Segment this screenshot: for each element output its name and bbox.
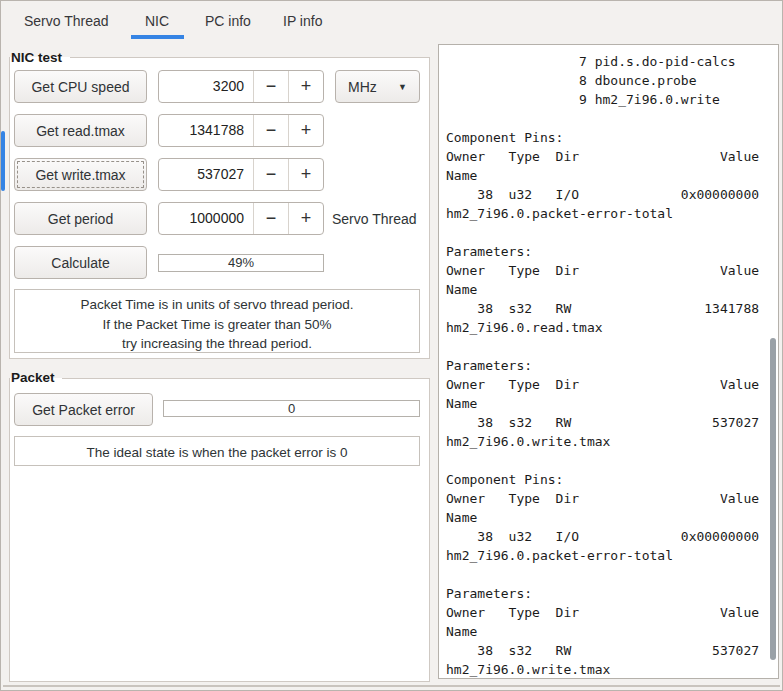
get-period-button[interactable]: Get period [14,202,147,235]
write-tmax-value[interactable]: 537027 [159,159,253,190]
packet-frame-label: Packet [11,370,55,385]
minus-icon: − [266,120,277,141]
plus-icon: + [301,164,312,185]
read-tmax-decrement-button[interactable]: − [254,115,288,146]
get-read-tmax-button[interactable]: Get read.tmax [14,114,147,147]
get-write-tmax-button[interactable]: Get write.tmax [14,158,147,191]
get-write-tmax-label: Get write.tmax [35,167,125,183]
note-line: If the Packet Time is greater than 50% [15,315,419,335]
cpu-speed-decrement-button[interactable]: − [254,71,288,102]
get-packet-error-label: Get Packet error [32,402,135,418]
active-tab-indicator [131,35,184,39]
left-scrollbar-thumb[interactable] [1,131,5,191]
get-packet-error-button[interactable]: Get Packet error [14,393,153,426]
note-line: The ideal state is when the packet error… [15,443,419,463]
cpu-speed-unit-dropdown[interactable]: MHz ▼ [335,70,420,103]
write-tmax-increment-button[interactable]: + [289,159,323,190]
get-cpu-speed-label: Get CPU speed [31,79,129,95]
minus-icon: − [266,164,277,185]
frame-border [62,378,429,379]
note-line: try increasing the thread period. [15,334,419,354]
tab-servo-thread[interactable]: Servo Thread [24,13,109,29]
plus-icon: + [301,208,312,229]
read-tmax-value[interactable]: 1341788 [159,115,253,146]
calculate-label: Calculate [51,255,109,271]
cpu-speed-spinbox: 3200 − + [158,70,324,103]
servo-thread-label: Servo Thread [332,211,417,227]
write-tmax-spinbox: 537027 − + [158,158,324,191]
tab-pc-info[interactable]: PC info [205,13,251,29]
packet-error-note: The ideal state is when the packet error… [14,436,420,466]
nic-test-frame-label: NIC test [11,50,62,65]
packet-time-progressbar: 49% [158,254,324,272]
nic-tester-window: Servo Thread NIC PC info IP info NIC tes… [0,0,783,691]
write-tmax-decrement-button[interactable]: − [254,159,288,190]
read-tmax-increment-button[interactable]: + [289,115,323,146]
period-increment-button[interactable]: + [289,203,323,234]
packet-time-percent: 49% [228,255,254,270]
cpu-speed-increment-button[interactable]: + [289,71,323,102]
period-decrement-button[interactable]: − [254,203,288,234]
packet-time-note: Packet Time is in units of servo thread … [14,289,420,353]
get-cpu-speed-button[interactable]: Get CPU speed [14,70,147,103]
plus-icon: + [301,76,312,97]
cpu-speed-unit-value: MHz [348,79,377,95]
cpu-speed-value[interactable]: 3200 [159,71,253,102]
get-read-tmax-label: Get read.tmax [36,123,125,139]
period-value[interactable]: 1000000 [159,203,253,234]
period-spinbox: 1000000 − + [158,202,324,235]
chevron-down-icon: ▼ [398,82,407,92]
plus-icon: + [301,120,312,141]
packet-error-value: 0 [288,401,295,416]
note-line: Packet Time is in units of servo thread … [15,295,419,315]
minus-icon: − [266,76,277,97]
tab-nic[interactable]: NIC [145,13,169,29]
calculate-button[interactable]: Calculate [14,246,147,279]
hal-output-textview[interactable]: 7 pid.s.do-pid-calcs 8 dbounce.probe 9 h… [438,44,779,679]
minus-icon: − [266,208,277,229]
output-scrollbar-thumb[interactable] [770,338,776,660]
read-tmax-spinbox: 1341788 − + [158,114,324,147]
tab-ip-info[interactable]: IP info [283,13,322,29]
hal-output-text: 7 pid.s.do-pid-calcs 8 dbounce.probe 9 h… [439,45,778,679]
get-period-label: Get period [48,211,113,227]
packet-error-entry[interactable]: 0 [163,400,420,417]
frame-border [70,57,429,58]
window-bottom-border [3,685,780,687]
